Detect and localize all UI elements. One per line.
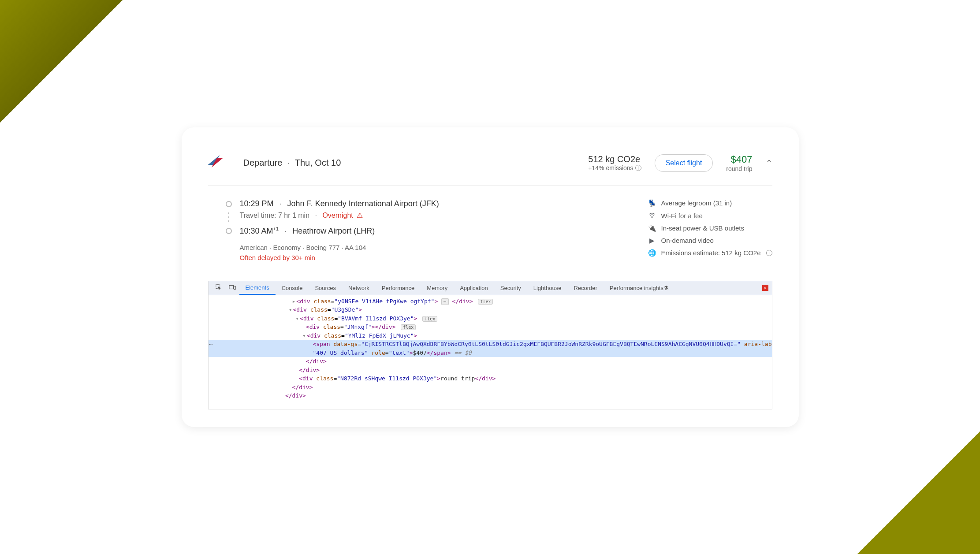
- trip-type: round trip: [726, 165, 752, 172]
- itinerary: 10:29 PM · John F. Kennedy International…: [226, 199, 613, 261]
- wifi-icon: [648, 212, 656, 220]
- seat-icon: 💺: [648, 199, 656, 207]
- flight-header-row: Departure · Thu, Oct 10 512 kg CO2e +14%…: [208, 154, 772, 186]
- tab-recorder[interactable]: Recorder: [567, 281, 603, 295]
- amenity-power: 🔌 In-seat power & USB outlets: [648, 224, 772, 232]
- route-line-icon: [226, 211, 232, 223]
- tab-security[interactable]: Security: [494, 281, 527, 295]
- elements-tree[interactable]: ▸<div class="y0NSEe V1iAHe tPgKwe ogfYpf…: [209, 295, 772, 409]
- price-value: $407: [726, 154, 752, 165]
- separator-dot: ·: [287, 158, 290, 167]
- tab-performance[interactable]: Performance: [376, 281, 421, 295]
- origin-marker-icon: [226, 201, 232, 207]
- destination-row: 10:30 AM+1 · Heathrow Airport (LHR): [226, 226, 613, 236]
- origin-time: 10:29 PM: [240, 199, 274, 208]
- travel-time-row: Travel time: 7 hr 1 min · Overnight ⚠: [226, 211, 613, 223]
- tab-network[interactable]: Network: [342, 281, 376, 295]
- amenity-wifi: Wi-Fi for a fee: [648, 212, 772, 220]
- overnight-label: Overnight: [322, 212, 353, 219]
- departure-info: Departure · Thu, Oct 10: [243, 158, 589, 168]
- destination-marker-icon: [226, 228, 232, 234]
- origin-row: 10:29 PM · John F. Kennedy International…: [226, 199, 613, 208]
- tab-memory[interactable]: Memory: [421, 281, 454, 295]
- info-icon[interactable]: i: [766, 250, 772, 256]
- destination-time: 10:30 AM: [240, 227, 273, 235]
- select-flight-button[interactable]: Select flight: [655, 154, 713, 172]
- origin-airport: John F. Kennedy International Airport (J…: [287, 199, 439, 208]
- delay-warning: Often delayed by 30+ min: [240, 254, 613, 261]
- flight-meta: American · Economy · Boeing 777 · AA 104: [240, 244, 613, 251]
- svg-rect-2: [229, 285, 233, 289]
- device-toolbar-icon[interactable]: [225, 284, 239, 292]
- tab-performance-insights[interactable]: Performance insights ⚗: [604, 281, 675, 295]
- globe-icon: 🌐: [648, 249, 656, 257]
- svg-point-0: [652, 217, 652, 217]
- power-icon: 🔌: [648, 224, 656, 232]
- next-day-indicator: +1: [273, 226, 279, 231]
- collapse-chevron-icon[interactable]: ⌃: [766, 158, 772, 168]
- flight-details: 10:29 PM · John F. Kennedy International…: [208, 186, 772, 270]
- tab-application[interactable]: Application: [454, 281, 494, 295]
- amenity-emissions: 🌐 Emissions estimate: 512 kg CO2e i: [648, 249, 772, 257]
- flight-card: Departure · Thu, Oct 10 512 kg CO2e +14%…: [182, 127, 799, 427]
- tab-console[interactable]: Console: [276, 281, 309, 295]
- departure-date: Thu, Oct 10: [295, 158, 341, 167]
- airline-logo-icon: [208, 154, 226, 172]
- tab-lighthouse[interactable]: Lighthouse: [527, 281, 568, 295]
- tab-sources[interactable]: Sources: [309, 281, 342, 295]
- travel-time: Travel time: 7 hr 1 min: [240, 212, 310, 219]
- inspect-element-icon[interactable]: [212, 284, 225, 292]
- emissions-block: 512 kg CO2e +14% emissions i: [588, 154, 641, 171]
- price-block: $407 round trip: [726, 154, 752, 172]
- amenities-list: 💺 Average legroom (31 in) Wi-Fi for a fe…: [648, 199, 772, 261]
- warning-icon: ⚠: [357, 212, 363, 219]
- emissions-delta: +14% emissions i: [588, 164, 641, 171]
- flask-icon: ⚗: [663, 285, 669, 291]
- devtools-panel: Elements Console Sources Network Perform…: [208, 281, 772, 409]
- emissions-value: 512 kg CO2e: [588, 154, 641, 164]
- info-icon[interactable]: i: [635, 165, 641, 171]
- devtools-tabbar: Elements Console Sources Network Perform…: [209, 281, 772, 295]
- departure-label: Departure: [243, 158, 283, 167]
- tab-elements[interactable]: Elements: [239, 281, 276, 295]
- amenity-legroom: 💺 Average legroom (31 in): [648, 199, 772, 207]
- svg-rect-3: [234, 286, 235, 289]
- devtools-close-icon[interactable]: ✕: [762, 285, 768, 291]
- destination-airport: Heathrow Airport (LHR): [292, 227, 375, 235]
- amenity-video: ▶ On-demand video: [648, 237, 772, 245]
- video-icon: ▶: [648, 237, 656, 245]
